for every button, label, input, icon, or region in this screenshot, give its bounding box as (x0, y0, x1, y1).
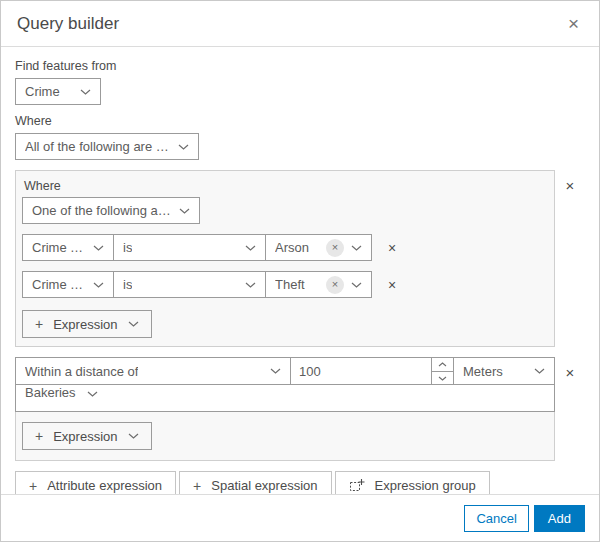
dialog-title: Query builder (17, 14, 119, 34)
field-select-value: Crime Type (32, 277, 85, 292)
spatial-expression-label: Spatial expression (211, 478, 317, 493)
chevron-down-icon (93, 245, 104, 251)
chevron-down-icon (178, 144, 189, 150)
chevron-down-icon (128, 433, 139, 439)
field-select[interactable]: Crime Type (22, 271, 114, 298)
field-select-value: Crime Type (32, 240, 85, 255)
chevron-down-icon (270, 368, 281, 374)
plus-icon: + (193, 478, 201, 494)
field-select[interactable]: Crime Type (22, 234, 114, 261)
logic-select[interactable]: All of the following are true (15, 133, 199, 160)
expression-group-1-row: Where One of the following are tr... Cri… (15, 170, 585, 347)
remove-group-icon[interactable]: × (555, 178, 585, 193)
clear-value-icon[interactable]: × (326, 276, 344, 294)
expression-group-label: Expression group (375, 478, 476, 493)
logic-select-value: All of the following are true (25, 139, 170, 154)
stepper-down-icon[interactable] (432, 371, 453, 384)
add-expression-button[interactable]: + Expression (22, 422, 152, 450)
plus-icon: + (35, 428, 43, 444)
distance-input[interactable] (291, 358, 431, 384)
clear-value-icon[interactable]: × (326, 239, 344, 257)
remove-expression-icon[interactable]: × (388, 278, 396, 292)
add-expression-button[interactable]: + Expression (22, 310, 152, 338)
layer-select-value: Crime (25, 84, 60, 99)
chevron-down-icon (128, 321, 139, 327)
expression-group-2: Within a distance of Meters Bakeries (15, 357, 555, 461)
chevron-down-icon (245, 282, 256, 288)
operator-select[interactable]: is (113, 234, 266, 261)
group1-where-label: Where (24, 179, 548, 193)
unit-select-value: Meters (463, 364, 503, 379)
cancel-button[interactable]: Cancel (464, 505, 528, 532)
chevron-down-icon (245, 245, 256, 251)
plus-icon: + (35, 316, 43, 332)
target-layer-value: Bakeries (25, 385, 76, 400)
expression-row: Crime Type is Theft × × (22, 271, 548, 298)
expression-group-icon (349, 478, 365, 493)
group1-logic-select-value: One of the following are tr... (32, 203, 171, 218)
chevron-down-icon (87, 391, 98, 397)
remove-group-icon[interactable]: × (555, 365, 585, 380)
stepper-up-icon[interactable] (432, 358, 453, 371)
value-select[interactable]: Theft × (265, 271, 372, 298)
distance-stepper (431, 358, 453, 384)
group1-logic-select[interactable]: One of the following are tr... (22, 197, 200, 224)
close-icon[interactable]: × (564, 12, 583, 35)
add-expression-label: Expression (53, 317, 117, 332)
attribute-expression-label: Attribute expression (47, 478, 162, 493)
value-select-value: Arson (275, 240, 309, 255)
add-expression-label: Expression (53, 429, 117, 444)
chevron-down-icon (179, 208, 190, 214)
add-button[interactable]: Add (534, 505, 585, 532)
dialog-header: Query builder × (1, 1, 599, 47)
layer-select[interactable]: Crime (15, 78, 101, 105)
dialog-body: Find features from Crime Where All of th… (1, 47, 599, 500)
unit-select[interactable]: Meters (453, 357, 555, 385)
chevron-down-icon (534, 368, 545, 374)
find-features-label: Find features from (15, 59, 585, 73)
dialog-footer: Cancel Add (1, 494, 599, 541)
spatial-expression-row: Within a distance of Meters (15, 357, 555, 385)
operator-select[interactable]: is (113, 271, 266, 298)
chevron-down-icon (351, 282, 362, 288)
value-select-value: Theft (275, 277, 305, 292)
expression-row: Crime Type is Arson × × (22, 234, 548, 261)
distance-input-group (290, 357, 454, 385)
expression-group-2-row: Within a distance of Meters Bakeries (15, 357, 585, 461)
target-layer-select[interactable]: Bakeries (15, 384, 555, 412)
chevron-down-icon (93, 282, 104, 288)
chevron-down-icon (80, 89, 91, 95)
query-builder-dialog: { "colors": { "accent": "#0079c1", "grou… (0, 0, 600, 542)
expression-group-1: Where One of the following are tr... Cri… (15, 170, 555, 347)
spatial-mode-value: Within a distance of (25, 364, 138, 379)
where-label: Where (15, 114, 585, 128)
operator-select-value: is (123, 277, 132, 292)
plus-icon: + (29, 478, 37, 494)
operator-select-value: is (123, 240, 132, 255)
spatial-mode-select[interactable]: Within a distance of (15, 357, 291, 385)
remove-expression-icon[interactable]: × (388, 241, 396, 255)
value-select[interactable]: Arson × (265, 234, 372, 261)
chevron-down-icon (351, 245, 362, 251)
